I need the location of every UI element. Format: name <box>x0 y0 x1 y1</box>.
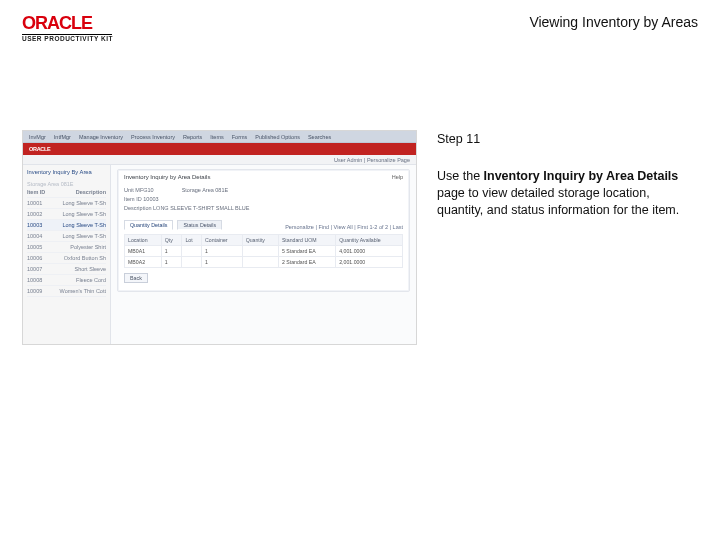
th: Qty <box>161 235 182 246</box>
text-bold: Inventory Inquiry by Area Details <box>484 169 679 183</box>
tab-status-details: Status Details <box>177 220 222 230</box>
cell: 2,001.0000 <box>336 257 403 268</box>
text: page to view detailed storage location, … <box>437 186 679 217</box>
page-header: ORACLE USER PRODUCTIVITY KIT Viewing Inv… <box>22 14 698 43</box>
kv-row: Unit MFG10 Storage Area 081E <box>124 187 403 193</box>
cell: Short Sleeve <box>75 266 107 272</box>
cell: Long Sleeve T-Sh <box>62 200 106 206</box>
list-item: 10004Long Sleeve T-Sh <box>27 231 106 242</box>
cell: Long Sleeve T-Sh <box>62 211 106 217</box>
list-item: 10007Short Sleeve <box>27 264 106 275</box>
text: Use the <box>437 169 484 183</box>
cell: Fleece Cord <box>76 277 106 283</box>
tabs: Quantity Details Status Details <box>124 220 222 230</box>
sidebar-head: Item ID Description <box>27 187 106 198</box>
menu-item: Searches <box>308 134 331 140</box>
cell: Oxford Button Sh <box>64 255 106 261</box>
table-row: MB0A2 1 1 2 Standard EA 2,001.0000 <box>125 257 403 268</box>
app-screenshot: InvMgr IntfMgr Manage Inventory Process … <box>22 130 417 345</box>
content: InvMgr IntfMgr Manage Inventory Process … <box>22 130 698 526</box>
kv-row: Item ID 10003 <box>124 196 403 202</box>
cell: Long Sleeve T-Sh <box>62 222 106 228</box>
oracle-logo: ORACLE <box>22 14 113 32</box>
sidebar-title: Inventory Inquiry By Area <box>27 169 106 175</box>
cell: 10007 <box>27 266 42 272</box>
col: Item ID <box>27 189 45 195</box>
brand-block: ORACLE USER PRODUCTIVITY KIT <box>22 14 113 43</box>
cell: Women's Thin Cott <box>60 288 106 294</box>
tab-quantity-details: Quantity Details <box>124 220 173 230</box>
th: Quantity Available <box>336 235 403 246</box>
col: Description <box>76 189 106 195</box>
instruction-panel: Step 11 Use the Inventory Inquiry by Are… <box>437 130 698 526</box>
kv-key: Unit <box>124 187 134 193</box>
app-brand-bar: ORACLE <box>23 143 416 155</box>
cell: 4,001.0000 <box>336 246 403 257</box>
list-item-selected: 10003Long Sleeve T-Sh <box>27 220 106 231</box>
th: Container <box>202 235 243 246</box>
back-button: Back <box>124 273 148 283</box>
kv-val: LONG SLEEVE T-SHIRT SMALL BLUE <box>153 205 249 211</box>
cell: 10009 <box>27 288 42 294</box>
cell: 1 <box>161 257 182 268</box>
cell: 1 <box>161 246 182 257</box>
table-row: MB0A1 1 1 5 Standard EA 4,001.0000 <box>125 246 403 257</box>
cell <box>242 257 278 268</box>
app-userline: User Admin | Personalize Page <box>23 155 416 165</box>
cell: MB0A1 <box>125 246 162 257</box>
grid-meta: Personalize | Find | View All | First 1-… <box>285 224 403 230</box>
menu-item: Reports <box>183 134 202 140</box>
cell: 1 <box>202 257 243 268</box>
cell: 10002 <box>27 211 42 217</box>
kv-val: MFG10 <box>135 187 153 193</box>
cell: 2 Standard EA <box>278 257 335 268</box>
kit-label: USER PRODUCTIVITY KIT <box>22 36 113 43</box>
cell: 10006 <box>27 255 42 261</box>
list-item: 10005Polyester Shirt <box>27 242 106 253</box>
kv-key: Storage Area <box>182 187 214 193</box>
quantity-table: Location Qty Lot Container Quantity Stan… <box>124 234 403 268</box>
instruction-text: Use the Inventory Inquiry by Area Detail… <box>437 168 698 219</box>
app-menubar: InvMgr IntfMgr Manage Inventory Process … <box>23 131 416 143</box>
cell: 10003 <box>27 222 42 228</box>
kv-key: Description <box>124 205 152 211</box>
menu-item: IntfMgr <box>54 134 71 140</box>
list-item: 10008Fleece Cord <box>27 275 106 286</box>
cell: 10005 <box>27 244 42 250</box>
cell: MB0A2 <box>125 257 162 268</box>
help-link: Help <box>392 174 403 184</box>
panel-title: Inventory Inquiry by Area Details <box>124 174 210 180</box>
cell: Long Sleeve T-Sh <box>62 233 106 239</box>
cell <box>182 246 202 257</box>
cell: 1 <box>202 246 243 257</box>
th: Location <box>125 235 162 246</box>
sidebar: Inventory Inquiry By Area Storage Area 0… <box>23 165 111 344</box>
cell: 10008 <box>27 277 42 283</box>
list-item: 10002Long Sleeve T-Sh <box>27 209 106 220</box>
cell <box>242 246 278 257</box>
menu-item: Published Options <box>255 134 300 140</box>
cell: Polyester Shirt <box>70 244 106 250</box>
app-footer: Add as Favorite Notify <box>23 344 416 345</box>
menu-item: Forms <box>232 134 248 140</box>
main-panel: Inventory Inquiry by Area Details Help U… <box>111 165 416 344</box>
cell: 10001 <box>27 200 42 206</box>
kv-key: Item ID <box>124 196 142 202</box>
th: Quantity <box>242 235 278 246</box>
list-item: 10001Long Sleeve T-Sh <box>27 198 106 209</box>
th: Standard UOM <box>278 235 335 246</box>
list-item: 10009Women's Thin Cott <box>27 286 106 297</box>
kv-row: Description LONG SLEEVE T-SHIRT SMALL BL… <box>124 205 403 211</box>
kv-val: 081E <box>215 187 228 193</box>
cell: 5 Standard EA <box>278 246 335 257</box>
cell: 10004 <box>27 233 42 239</box>
cell <box>182 257 202 268</box>
panel-card: Inventory Inquiry by Area Details Help U… <box>117 169 410 292</box>
menu-item: InvMgr <box>29 134 46 140</box>
menu-item: Manage Inventory <box>79 134 123 140</box>
step-label: Step 11 <box>437 132 698 146</box>
list-item: 10006Oxford Button Sh <box>27 253 106 264</box>
page-title: Viewing Inventory by Areas <box>529 14 698 30</box>
menu-item: Process Inventory <box>131 134 175 140</box>
th: Lot <box>182 235 202 246</box>
